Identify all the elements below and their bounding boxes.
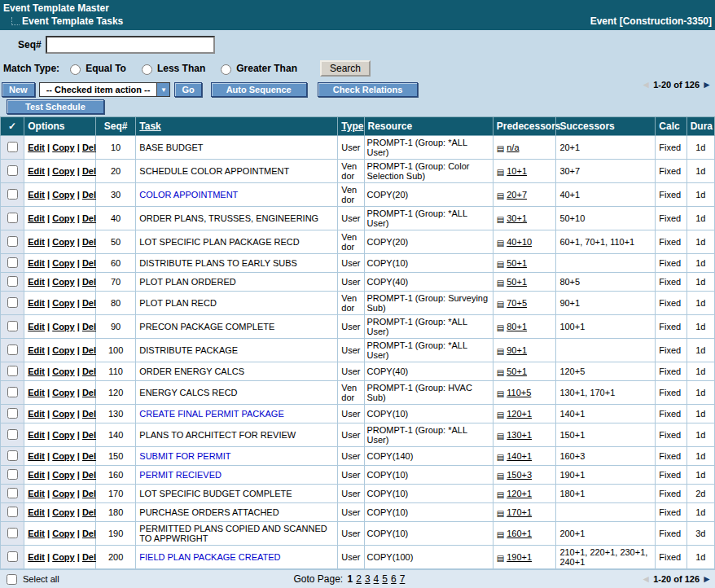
del-link[interactable]: Del [82, 366, 96, 376]
test-schedule-button[interactable]: Test Schedule [7, 99, 104, 114]
prev-page-icon[interactable]: ◄ [641, 573, 651, 585]
copy-link[interactable]: Copy [52, 552, 75, 562]
del-link[interactable]: Del [82, 507, 96, 517]
go-button[interactable]: Go [174, 82, 201, 97]
predecessor-link[interactable]: 160+1 [507, 529, 532, 538]
row-checkbox[interactable] [7, 189, 18, 200]
del-link[interactable]: Del [82, 277, 96, 287]
edit-link[interactable]: Edit [28, 190, 45, 200]
del-link[interactable]: Del [82, 237, 96, 247]
predecessor-link[interactable]: 190+1 [507, 552, 532, 562]
task-cell[interactable]: CREATE FINAL PERMIT PACKAGE [136, 405, 338, 423]
task-cell[interactable]: PERMIT RECIEVED [136, 466, 338, 485]
copy-link[interactable]: Copy [52, 345, 75, 355]
check-relations-button[interactable]: Check Relations [318, 82, 419, 97]
del-link[interactable]: Del [82, 430, 96, 440]
row-checkbox[interactable] [7, 528, 18, 538]
copy-link[interactable]: Copy [52, 430, 75, 440]
edit-link[interactable]: Edit [28, 552, 45, 562]
copy-link[interactable]: Copy [52, 529, 75, 538]
edit-link[interactable]: Edit [28, 143, 45, 152]
radio-less-than[interactable] [142, 64, 152, 75]
predecessor-link[interactable]: 40+10 [507, 237, 532, 247]
row-checkbox[interactable] [7, 236, 18, 247]
checked-item-action-dropdown[interactable]: -- Checked item action -- ▼ [39, 82, 171, 97]
row-checkbox[interactable] [7, 551, 18, 562]
row-checkbox[interactable] [7, 469, 18, 480]
row-checkbox[interactable] [7, 344, 18, 355]
copy-link[interactable]: Copy [52, 277, 75, 287]
predecessor-link[interactable]: 50+1 [507, 366, 527, 376]
goto-page-link[interactable]: 7 [400, 573, 406, 585]
predecessor-link[interactable]: 130+1 [507, 430, 532, 440]
predecessor-link[interactable]: n/a [507, 143, 519, 152]
copy-link[interactable]: Copy [52, 470, 75, 480]
search-button[interactable]: Search [320, 60, 371, 77]
del-link[interactable]: Del [82, 213, 96, 223]
goto-page-link[interactable]: 5 [382, 573, 388, 585]
auto-sequence-button[interactable]: Auto Sequence [211, 82, 307, 97]
type-column-header[interactable]: Type [338, 117, 364, 136]
row-checkbox[interactable] [7, 297, 18, 308]
select-all-checkbox[interactable] [7, 574, 17, 585]
next-page-icon[interactable]: ► [702, 573, 712, 585]
edit-link[interactable]: Edit [28, 507, 45, 517]
predecessor-link[interactable]: 90+1 [507, 345, 527, 355]
row-checkbox[interactable] [7, 488, 18, 498]
goto-page-link[interactable]: 6 [391, 573, 397, 585]
next-page-icon[interactable]: ► [702, 79, 712, 90]
del-link[interactable]: Del [82, 258, 96, 268]
task-cell[interactable]: COLOR APPOINTMENT [136, 183, 338, 207]
del-link[interactable]: Del [82, 345, 96, 355]
edit-link[interactable]: Edit [28, 345, 45, 355]
task-column-header[interactable]: Task [136, 117, 338, 136]
row-checkbox[interactable] [7, 507, 18, 517]
copy-link[interactable]: Copy [52, 166, 75, 176]
predecessor-link[interactable]: 50+1 [507, 258, 527, 268]
row-checkbox[interactable] [7, 366, 18, 376]
predecessor-link[interactable]: 20+7 [507, 190, 527, 200]
edit-link[interactable]: Edit [28, 298, 45, 308]
predecessor-link[interactable]: 70+5 [507, 298, 527, 308]
task-cell[interactable]: SUBMIT FOR PERMIT [136, 447, 338, 466]
copy-link[interactable]: Copy [52, 388, 75, 397]
edit-link[interactable]: Edit [28, 258, 45, 268]
edit-link[interactable]: Edit [28, 451, 45, 461]
task-cell[interactable]: FIELD PLAN PACKAGE CREATED [136, 546, 338, 569]
predecessor-link[interactable]: 80+1 [507, 322, 527, 331]
edit-link[interactable]: Edit [28, 470, 45, 480]
edit-link[interactable]: Edit [28, 366, 45, 376]
edit-link[interactable]: Edit [28, 529, 45, 538]
row-checkbox[interactable] [7, 165, 18, 176]
predecessor-link[interactable]: 140+1 [507, 451, 532, 461]
edit-link[interactable]: Edit [28, 489, 45, 498]
predecessor-link[interactable]: 120+1 [507, 489, 532, 498]
radio-equal-to[interactable] [70, 64, 81, 75]
edit-link[interactable]: Edit [28, 277, 45, 287]
edit-link[interactable]: Edit [28, 237, 45, 247]
predecessor-link[interactable]: 110+5 [507, 388, 531, 397]
row-checkbox[interactable] [7, 321, 18, 331]
edit-link[interactable]: Edit [28, 409, 45, 419]
seq-input[interactable] [46, 36, 215, 54]
del-link[interactable]: Del [82, 489, 96, 498]
edit-link[interactable]: Edit [28, 322, 45, 331]
del-link[interactable]: Del [82, 470, 96, 480]
predecessor-link[interactable]: 150+3 [507, 470, 532, 480]
predecessor-link[interactable]: 50+1 [507, 277, 527, 287]
copy-link[interactable]: Copy [52, 366, 75, 376]
del-link[interactable]: Del [82, 298, 96, 308]
goto-page-link[interactable]: 3 [365, 573, 371, 585]
copy-link[interactable]: Copy [52, 451, 75, 461]
row-checkbox[interactable] [7, 257, 18, 268]
copy-link[interactable]: Copy [52, 409, 75, 419]
row-checkbox[interactable] [7, 387, 18, 397]
radio-greater-than[interactable] [221, 64, 231, 75]
del-link[interactable]: Del [82, 529, 96, 538]
prev-page-icon[interactable]: ◄ [641, 79, 651, 90]
row-checkbox[interactable] [7, 408, 18, 419]
copy-link[interactable]: Copy [52, 190, 75, 200]
del-link[interactable]: Del [82, 166, 96, 176]
goto-page-link[interactable]: 2 [356, 573, 362, 585]
edit-link[interactable]: Edit [28, 430, 45, 440]
